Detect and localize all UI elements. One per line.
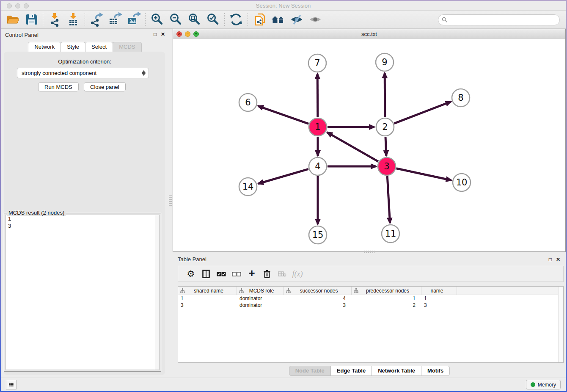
gear-icon: ⚙ — [187, 269, 195, 279]
gear-button[interactable]: ⚙ — [183, 267, 198, 281]
mcds-result-list[interactable]: 13 — [6, 215, 160, 370]
zoom-in-button[interactable] — [148, 11, 166, 28]
node-label: 1 — [315, 122, 320, 132]
table-row[interactable]: 3dominator323 — [178, 302, 563, 309]
table-panel-title: Table Panel — [178, 256, 206, 262]
graph-node-4[interactable]: 4 — [309, 157, 327, 175]
node-table[interactable]: shared nameMCDS rolesuccessor nodesprede… — [178, 286, 564, 363]
edge-4-14[interactable] — [258, 169, 308, 184]
table-cell[interactable]: 1 — [421, 295, 457, 302]
network-canvas[interactable]: 7968124314101511 — [173, 39, 565, 251]
graph-node-15[interactable]: 15 — [309, 226, 327, 244]
table-cell[interactable]: 1 — [352, 295, 421, 302]
column-label: successor nodes — [291, 288, 351, 294]
graph-node-3[interactable]: 3 — [378, 157, 396, 175]
home-networks-button[interactable] — [269, 11, 287, 28]
mcds-result-line: 3 — [6, 222, 159, 229]
tab-node-table[interactable]: Node Table — [289, 366, 331, 376]
vertical-splitter-handle[interactable] — [169, 195, 172, 206]
export-network-button[interactable] — [87, 11, 106, 28]
table-cell[interactable]: 2 — [352, 302, 421, 309]
edge-3-1[interactable] — [327, 132, 378, 161]
column-header-successor-nodes[interactable]: successor nodes — [284, 287, 352, 295]
toolbar-separator — [43, 13, 43, 26]
export-image-button[interactable] — [124, 11, 143, 28]
graph-node-2[interactable]: 2 — [376, 118, 394, 136]
memory-button[interactable]: Memory — [526, 380, 561, 389]
column-header-predecessor-nodes[interactable]: predecessor nodes — [352, 287, 421, 295]
save-session-button[interactable] — [22, 11, 41, 28]
column-header-name[interactable]: name — [421, 287, 457, 295]
show-eye-button[interactable] — [306, 11, 325, 28]
table-cell[interactable]: 4 — [284, 295, 352, 302]
save-session-icon — [24, 12, 39, 27]
graph-node-11[interactable]: 11 — [382, 225, 399, 243]
graph-node-7[interactable]: 7 — [308, 54, 326, 72]
search-input[interactable] — [448, 17, 559, 23]
close-panel-button[interactable]: Close panel — [84, 82, 126, 91]
column-header-shared-name[interactable]: shared name — [178, 287, 237, 295]
edge-3-11[interactable] — [387, 176, 390, 223]
app-titlebar[interactable]: Session: New Session — [1, 1, 566, 11]
network-document-button[interactable] — [250, 11, 269, 28]
refresh-view-button[interactable] — [227, 11, 245, 28]
network-graph[interactable]: 7968124314101511 — [173, 39, 565, 251]
table-cell[interactable]: dominator — [237, 302, 284, 309]
graph-node-1[interactable]: 1 — [309, 118, 327, 136]
import-network-button[interactable] — [45, 11, 64, 28]
deselect-all-checkboxes-icon — [232, 272, 241, 276]
table-cell[interactable]: 3 — [284, 302, 352, 309]
run-mcds-button[interactable]: Run MCDS — [38, 82, 79, 91]
graph-node-14[interactable]: 14 — [239, 178, 257, 196]
edge-3-10[interactable] — [396, 168, 451, 180]
edge-2-8[interactable] — [394, 102, 451, 124]
tab-style[interactable]: Style — [61, 42, 85, 52]
hide-eye-slash-button[interactable] — [287, 11, 306, 28]
graph-node-8[interactable]: 8 — [452, 89, 470, 107]
graph-node-10[interactable]: 10 — [453, 174, 471, 191]
graph-node-6[interactable]: 6 — [239, 94, 257, 111]
tab-network[interactable]: Network — [28, 42, 61, 52]
export-table-button[interactable] — [106, 11, 124, 28]
table-cell[interactable]: 1 — [178, 295, 237, 302]
zoom-selected-button[interactable] — [204, 11, 222, 28]
tab-mcds[interactable]: MCDS — [113, 42, 141, 52]
tab-select[interactable]: Select — [85, 42, 113, 52]
table-cell[interactable]: 3 — [421, 302, 457, 309]
column-header-MCDS-role[interactable]: MCDS role — [237, 287, 284, 295]
table-close-panel-icon[interactable]: ✕ — [556, 257, 560, 262]
column-selector-button[interactable] — [198, 267, 214, 281]
delete-columns-button[interactable] — [259, 267, 275, 281]
open-file-button[interactable] — [3, 11, 22, 28]
edge-2-9[interactable] — [385, 73, 385, 117]
result-scrollbar[interactable] — [155, 215, 159, 370]
graph-node-9[interactable]: 9 — [376, 53, 394, 71]
deselect-all-checkboxes-button[interactable] — [229, 267, 244, 281]
table-row[interactable]: 1dominator411 — [178, 295, 563, 302]
delete-columns-icon — [264, 270, 270, 278]
desktop: Session: New Session Control Panel □ ✕ N… — [0, 0, 567, 392]
zoom-fit-button[interactable] — [185, 11, 204, 28]
tab-network-table[interactable]: Network Table — [372, 366, 421, 376]
zoom-out-button[interactable] — [166, 11, 185, 28]
node-label: 11 — [385, 229, 396, 239]
tab-edge-table[interactable]: Edge Table — [330, 366, 372, 376]
float-panel-icon[interactable]: □ — [154, 31, 157, 37]
task-history-button[interactable] — [6, 380, 17, 389]
table-scrollbar[interactable] — [558, 287, 563, 362]
table-cell[interactable]: 3 — [178, 302, 237, 309]
edge-1-7[interactable] — [317, 74, 318, 117]
table-float-panel-icon[interactable]: □ — [549, 257, 552, 262]
add-column-button[interactable]: + — [244, 267, 259, 281]
table-cell[interactable]: dominator — [237, 295, 284, 302]
edge-1-6[interactable] — [258, 106, 309, 124]
import-table-button[interactable] — [64, 11, 83, 28]
search-field[interactable] — [438, 14, 560, 25]
network-window-titlebar[interactable]: ✕ − + scc.txt — [173, 29, 565, 39]
select-all-checkboxes-button[interactable] — [214, 267, 229, 281]
tab-motifs[interactable]: Motifs — [421, 366, 450, 376]
optimization-criterion-dropdown[interactable]: strongly connected component — [17, 68, 149, 78]
close-panel-icon[interactable]: ✕ — [161, 31, 165, 37]
edge-2-3[interactable] — [385, 137, 386, 156]
horizontal-splitter-handle[interactable] — [364, 251, 375, 253]
